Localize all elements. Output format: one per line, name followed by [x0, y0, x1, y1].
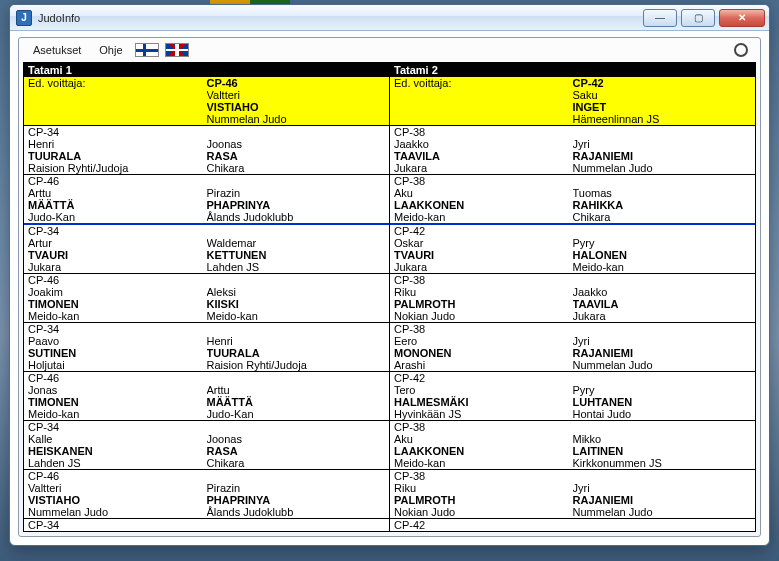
match-category: CP-42 — [394, 225, 573, 237]
fighter-a-first: Artur — [28, 531, 207, 532]
fighter-b-first: Arttu — [207, 384, 386, 396]
fighter-a-first: Anniina — [394, 531, 573, 532]
previous-winner-block: Ed. voittaja:CP-42SakuINGETHämeenlinnan … — [390, 77, 755, 126]
column-header: Tatami 1 — [24, 63, 389, 77]
fighter-b-first: Jyri — [573, 482, 752, 494]
match-block: CP-38RikuJyriPALMROTHRAJANIEMINokian Jud… — [390, 470, 755, 519]
match-category: CP-34 — [28, 519, 207, 531]
fighter-a-last: TVAURI — [28, 249, 207, 261]
match-block: CP-38JaakkoJyriTAAVILARAJANIEMIJukaraNum… — [390, 126, 755, 175]
match-category: CP-46 — [28, 372, 207, 384]
fighter-b-last: HALONEN — [573, 249, 752, 261]
fighter-a-club: Jukara — [28, 261, 207, 273]
match-category: CP-34 — [28, 126, 207, 138]
fighter-a-first: Riku — [394, 482, 573, 494]
fighter-b-club: Ålands Judoklubb — [207, 211, 386, 223]
finnish-flag-icon[interactable] — [135, 43, 159, 57]
winner-club: Nummelan Judo — [207, 113, 386, 125]
fighter-b-club: Chikara — [207, 457, 386, 469]
fighter-b-first: Fredrik — [573, 531, 752, 532]
fighter-b-first: Joonas — [207, 433, 386, 445]
fighter-b-last: MÄÄTTÄ — [207, 396, 386, 408]
winner-label: Ed. voittaja: — [394, 77, 573, 89]
fighter-a-first: Riku — [394, 286, 573, 298]
fighter-b-last: PHAPRINYA — [207, 199, 386, 211]
winner-last: INGET — [573, 101, 752, 113]
fighter-b-club: Hontai Judo — [573, 408, 752, 420]
fighter-b-club: Nummelan Judo — [573, 359, 752, 371]
match-block: CP-46JoakimAleksiTIMONENKIISKIMeido-kanM… — [24, 274, 389, 323]
fighter-a-first: Kalle — [28, 433, 207, 445]
fighter-a-last: PALMROTH — [394, 298, 573, 310]
match-category: CP-38 — [394, 421, 573, 433]
winner-club: Hämeenlinnan JS — [573, 113, 752, 125]
fighter-a-first: Tero — [394, 384, 573, 396]
fighter-a-first: Valtteri — [28, 482, 207, 494]
match-block: CP-46ValtteriPirazinVISTIAHOPHAPRINYANum… — [24, 470, 389, 519]
fighter-b-club: Chikara — [207, 162, 386, 174]
menu-help[interactable]: Ohje — [93, 42, 128, 58]
fighter-b-first: Henri — [207, 335, 386, 347]
fighter-a-last: TAAVILA — [394, 150, 573, 162]
match-block: CP-38AkuMikkoLAAKKONENLAITINENMeido-kanK… — [390, 421, 755, 470]
match-block: CP-34PaavoHenriSUTINENTUURALAHoljutaiRai… — [24, 323, 389, 372]
fighter-b-last: RAHIKKA — [573, 199, 752, 211]
match-category: CP-46 — [28, 274, 207, 286]
status-indicator-icon — [734, 43, 748, 57]
fighter-b-club: Meido-kan — [573, 261, 752, 273]
fighter-b-club: Chikara — [573, 211, 752, 223]
app-window: J JudoInfo — ▢ ✕ Asetukset Ohje Tatami 1… — [9, 4, 770, 546]
fighter-b-first: Tuomas — [573, 187, 752, 199]
fighter-b-club: Judo-Kan — [207, 408, 386, 420]
fighter-b-last: PHAPRINYA — [207, 494, 386, 506]
fighter-a-last: LAAKKONEN — [394, 199, 573, 211]
fighter-b-first: Jyri — [573, 335, 752, 347]
main-panel: Asetukset Ohje Tatami 1Ed. voittaja:CP-4… — [18, 37, 761, 537]
fighter-b-first: Pyry — [573, 384, 752, 396]
fighter-b-first: Pyry — [573, 237, 752, 249]
fighter-a-first: Henri — [28, 138, 207, 150]
fighter-a-last: MÄÄTTÄ — [28, 199, 207, 211]
fighter-b-club: Raision Ryhti/Judoja — [207, 359, 386, 371]
uk-flag-icon[interactable] — [165, 43, 189, 57]
match-category: CP-34 — [28, 323, 207, 335]
fighter-a-last: LAAKKONEN — [394, 445, 573, 457]
fighter-b-last: RASA — [207, 150, 386, 162]
fighter-b-last: TUURALA — [207, 347, 386, 359]
close-button[interactable]: ✕ — [719, 9, 765, 27]
titlebar[interactable]: J JudoInfo — ▢ ✕ — [10, 5, 769, 31]
fighter-a-first: Arttu — [28, 187, 207, 199]
fighter-a-club: Lahden JS — [28, 457, 207, 469]
fighter-b-last: TAAVILA — [573, 298, 752, 310]
match-category: CP-46 — [28, 175, 207, 187]
fighter-a-club: Meido-kan — [28, 310, 207, 322]
match-block: CP-34ArturHenriTVAURIMÄÄTTÄJukaraJudo-Ka… — [24, 519, 389, 532]
fighter-b-club: Lahden JS — [207, 261, 386, 273]
menu-settings[interactable]: Asetukset — [27, 42, 87, 58]
match-block: CP-46ArttuPirazinMÄÄTTÄPHAPRINYAJudo-Kan… — [24, 175, 389, 225]
fighter-b-last: RAJANIEMI — [573, 150, 752, 162]
fighter-b-first: Pirazin — [207, 482, 386, 494]
window-title: JudoInfo — [38, 12, 80, 24]
fighter-a-last: VISTIAHO — [28, 494, 207, 506]
match-block: CP-34HenriJoonasTUURALARASARaision Ryhti… — [24, 126, 389, 175]
fighter-a-first: Joakim — [28, 286, 207, 298]
winner-last: VISTIAHO — [207, 101, 386, 113]
match-block: CP-42OskarPyryTVAURIHALONENJukaraMeido-k… — [390, 225, 755, 274]
fighter-b-club: Jukara — [573, 310, 752, 322]
maximize-button[interactable]: ▢ — [681, 9, 715, 27]
fighter-b-first: Aleksi — [207, 286, 386, 298]
match-category: CP-38 — [394, 323, 573, 335]
winner-category: CP-42 — [573, 77, 752, 89]
fighter-b-club: Nummelan Judo — [573, 162, 752, 174]
match-block: CP-42AnniinaFredrikJOKINENODENBORGNummel… — [390, 519, 755, 532]
match-block: CP-38EeroJyriMONONENRAJANIEMIArashiNumme… — [390, 323, 755, 372]
app-icon: J — [16, 10, 32, 26]
match-category: CP-34 — [28, 225, 207, 237]
tatami-column: Tatami 1Ed. voittaja:CP-46ValtteriVISTIA… — [24, 63, 389, 531]
fighter-a-club: Raision Ryhti/Judoja — [28, 162, 207, 174]
fighter-b-club: Kirkkonummen JS — [573, 457, 752, 469]
minimize-button[interactable]: — — [643, 9, 677, 27]
match-category: CP-42 — [394, 519, 573, 531]
fighter-a-club: Judo-Kan — [28, 211, 207, 223]
